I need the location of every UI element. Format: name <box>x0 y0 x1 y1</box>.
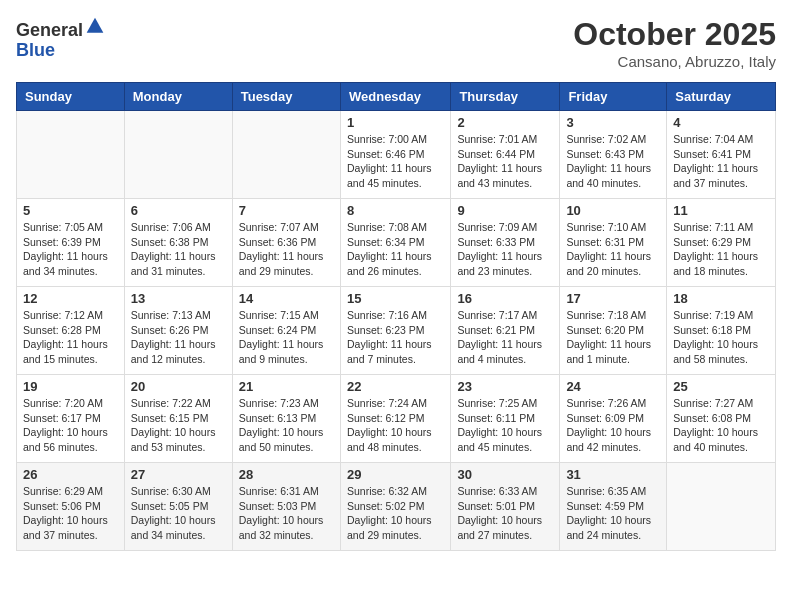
logo-icon <box>85 16 105 36</box>
day-number: 31 <box>566 467 660 482</box>
day-number: 7 <box>239 203 334 218</box>
day-cell: 23Sunrise: 7:25 AM Sunset: 6:11 PM Dayli… <box>451 375 560 463</box>
month-title: October 2025 <box>573 16 776 53</box>
day-number: 25 <box>673 379 769 394</box>
day-info: Sunrise: 7:25 AM Sunset: 6:11 PM Dayligh… <box>457 396 553 455</box>
day-cell <box>17 111 125 199</box>
day-header-saturday: Saturday <box>667 83 776 111</box>
day-cell: 9Sunrise: 7:09 AM Sunset: 6:33 PM Daylig… <box>451 199 560 287</box>
day-number: 23 <box>457 379 553 394</box>
day-info: Sunrise: 6:32 AM Sunset: 5:02 PM Dayligh… <box>347 484 444 543</box>
location: Cansano, Abruzzo, Italy <box>573 53 776 70</box>
day-number: 12 <box>23 291 118 306</box>
calendar-header-row: SundayMondayTuesdayWednesdayThursdayFrid… <box>17 83 776 111</box>
calendar-table: SundayMondayTuesdayWednesdayThursdayFrid… <box>16 82 776 551</box>
day-info: Sunrise: 6:30 AM Sunset: 5:05 PM Dayligh… <box>131 484 226 543</box>
day-cell: 11Sunrise: 7:11 AM Sunset: 6:29 PM Dayli… <box>667 199 776 287</box>
day-cell: 22Sunrise: 7:24 AM Sunset: 6:12 PM Dayli… <box>340 375 450 463</box>
day-info: Sunrise: 7:05 AM Sunset: 6:39 PM Dayligh… <box>23 220 118 279</box>
week-row-1: 1Sunrise: 7:00 AM Sunset: 6:46 PM Daylig… <box>17 111 776 199</box>
day-cell: 17Sunrise: 7:18 AM Sunset: 6:20 PM Dayli… <box>560 287 667 375</box>
day-header-thursday: Thursday <box>451 83 560 111</box>
day-header-wednesday: Wednesday <box>340 83 450 111</box>
day-number: 15 <box>347 291 444 306</box>
day-number: 4 <box>673 115 769 130</box>
day-cell: 4Sunrise: 7:04 AM Sunset: 6:41 PM Daylig… <box>667 111 776 199</box>
day-info: Sunrise: 7:00 AM Sunset: 6:46 PM Dayligh… <box>347 132 444 191</box>
day-cell: 12Sunrise: 7:12 AM Sunset: 6:28 PM Dayli… <box>17 287 125 375</box>
day-number: 27 <box>131 467 226 482</box>
day-info: Sunrise: 6:29 AM Sunset: 5:06 PM Dayligh… <box>23 484 118 543</box>
day-cell: 28Sunrise: 6:31 AM Sunset: 5:03 PM Dayli… <box>232 463 340 551</box>
day-info: Sunrise: 7:17 AM Sunset: 6:21 PM Dayligh… <box>457 308 553 367</box>
day-info: Sunrise: 7:06 AM Sunset: 6:38 PM Dayligh… <box>131 220 226 279</box>
day-number: 17 <box>566 291 660 306</box>
day-cell: 30Sunrise: 6:33 AM Sunset: 5:01 PM Dayli… <box>451 463 560 551</box>
day-info: Sunrise: 7:12 AM Sunset: 6:28 PM Dayligh… <box>23 308 118 367</box>
logo-blue: Blue <box>16 40 55 60</box>
day-info: Sunrise: 7:24 AM Sunset: 6:12 PM Dayligh… <box>347 396 444 455</box>
day-info: Sunrise: 7:27 AM Sunset: 6:08 PM Dayligh… <box>673 396 769 455</box>
day-cell <box>667 463 776 551</box>
day-cell: 10Sunrise: 7:10 AM Sunset: 6:31 PM Dayli… <box>560 199 667 287</box>
day-number: 26 <box>23 467 118 482</box>
day-cell: 7Sunrise: 7:07 AM Sunset: 6:36 PM Daylig… <box>232 199 340 287</box>
logo: General Blue <box>16 16 105 61</box>
day-number: 10 <box>566 203 660 218</box>
day-info: Sunrise: 6:33 AM Sunset: 5:01 PM Dayligh… <box>457 484 553 543</box>
day-number: 11 <box>673 203 769 218</box>
day-info: Sunrise: 7:19 AM Sunset: 6:18 PM Dayligh… <box>673 308 769 367</box>
day-number: 9 <box>457 203 553 218</box>
day-cell: 31Sunrise: 6:35 AM Sunset: 4:59 PM Dayli… <box>560 463 667 551</box>
day-cell: 20Sunrise: 7:22 AM Sunset: 6:15 PM Dayli… <box>124 375 232 463</box>
logo-general: General <box>16 20 83 40</box>
day-cell: 1Sunrise: 7:00 AM Sunset: 6:46 PM Daylig… <box>340 111 450 199</box>
day-info: Sunrise: 7:18 AM Sunset: 6:20 PM Dayligh… <box>566 308 660 367</box>
day-cell: 18Sunrise: 7:19 AM Sunset: 6:18 PM Dayli… <box>667 287 776 375</box>
day-number: 28 <box>239 467 334 482</box>
day-cell <box>124 111 232 199</box>
day-header-monday: Monday <box>124 83 232 111</box>
day-number: 1 <box>347 115 444 130</box>
day-number: 29 <box>347 467 444 482</box>
day-info: Sunrise: 7:22 AM Sunset: 6:15 PM Dayligh… <box>131 396 226 455</box>
day-number: 5 <box>23 203 118 218</box>
day-cell: 26Sunrise: 6:29 AM Sunset: 5:06 PM Dayli… <box>17 463 125 551</box>
day-number: 8 <box>347 203 444 218</box>
day-info: Sunrise: 7:10 AM Sunset: 6:31 PM Dayligh… <box>566 220 660 279</box>
day-cell: 25Sunrise: 7:27 AM Sunset: 6:08 PM Dayli… <box>667 375 776 463</box>
day-info: Sunrise: 7:26 AM Sunset: 6:09 PM Dayligh… <box>566 396 660 455</box>
day-number: 19 <box>23 379 118 394</box>
svg-marker-0 <box>87 18 104 33</box>
day-info: Sunrise: 7:08 AM Sunset: 6:34 PM Dayligh… <box>347 220 444 279</box>
day-cell: 8Sunrise: 7:08 AM Sunset: 6:34 PM Daylig… <box>340 199 450 287</box>
day-number: 24 <box>566 379 660 394</box>
day-info: Sunrise: 7:20 AM Sunset: 6:17 PM Dayligh… <box>23 396 118 455</box>
day-cell: 2Sunrise: 7:01 AM Sunset: 6:44 PM Daylig… <box>451 111 560 199</box>
day-info: Sunrise: 7:07 AM Sunset: 6:36 PM Dayligh… <box>239 220 334 279</box>
day-header-friday: Friday <box>560 83 667 111</box>
day-info: Sunrise: 6:35 AM Sunset: 4:59 PM Dayligh… <box>566 484 660 543</box>
day-cell: 19Sunrise: 7:20 AM Sunset: 6:17 PM Dayli… <box>17 375 125 463</box>
day-number: 16 <box>457 291 553 306</box>
day-info: Sunrise: 7:01 AM Sunset: 6:44 PM Dayligh… <box>457 132 553 191</box>
day-cell: 24Sunrise: 7:26 AM Sunset: 6:09 PM Dayli… <box>560 375 667 463</box>
day-cell: 16Sunrise: 7:17 AM Sunset: 6:21 PM Dayli… <box>451 287 560 375</box>
day-info: Sunrise: 6:31 AM Sunset: 5:03 PM Dayligh… <box>239 484 334 543</box>
day-info: Sunrise: 7:16 AM Sunset: 6:23 PM Dayligh… <box>347 308 444 367</box>
day-info: Sunrise: 7:23 AM Sunset: 6:13 PM Dayligh… <box>239 396 334 455</box>
day-info: Sunrise: 7:02 AM Sunset: 6:43 PM Dayligh… <box>566 132 660 191</box>
day-cell: 21Sunrise: 7:23 AM Sunset: 6:13 PM Dayli… <box>232 375 340 463</box>
day-number: 18 <box>673 291 769 306</box>
day-number: 22 <box>347 379 444 394</box>
page-header: General Blue October 2025 Cansano, Abruz… <box>16 16 776 70</box>
week-row-4: 19Sunrise: 7:20 AM Sunset: 6:17 PM Dayli… <box>17 375 776 463</box>
day-cell: 13Sunrise: 7:13 AM Sunset: 6:26 PM Dayli… <box>124 287 232 375</box>
day-cell: 15Sunrise: 7:16 AM Sunset: 6:23 PM Dayli… <box>340 287 450 375</box>
day-cell: 3Sunrise: 7:02 AM Sunset: 6:43 PM Daylig… <box>560 111 667 199</box>
week-row-5: 26Sunrise: 6:29 AM Sunset: 5:06 PM Dayli… <box>17 463 776 551</box>
day-number: 21 <box>239 379 334 394</box>
day-cell: 5Sunrise: 7:05 AM Sunset: 6:39 PM Daylig… <box>17 199 125 287</box>
day-cell <box>232 111 340 199</box>
day-info: Sunrise: 7:11 AM Sunset: 6:29 PM Dayligh… <box>673 220 769 279</box>
